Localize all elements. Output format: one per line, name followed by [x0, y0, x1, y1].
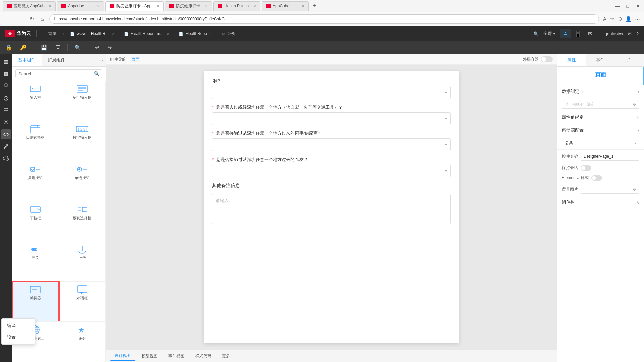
comp-editor[interactable]: 编辑器	[12, 282, 59, 322]
editor-tab-1[interactable]: 📄 HealthReport_m... ✕	[119, 26, 174, 41]
sidebar-settings-button[interactable]	[1, 117, 11, 127]
sidebar-data-button[interactable]	[1, 81, 11, 91]
editor-tab-0-close[interactable]: ✕	[112, 32, 115, 36]
outer-container-switch[interactable]	[541, 56, 553, 62]
minimize-button[interactable]: —	[614, 2, 621, 10]
component-search-input[interactable]	[18, 71, 92, 76]
tab2-close[interactable]: ✕	[97, 4, 100, 8]
sidebar-history-button[interactable]	[1, 93, 11, 103]
editor-tab-0[interactable]: 📄 wbyq__HealthR... ✕	[65, 26, 119, 41]
right-tab-library[interactable]: 库	[615, 54, 644, 66]
breadcrumb-page[interactable]: 页面	[131, 57, 140, 62]
context-menu-settings[interactable]: 设置	[2, 331, 35, 343]
tab4-close[interactable]: ✕	[205, 4, 208, 8]
canvas-tab-style[interactable]: 样式代码	[191, 352, 216, 360]
new-tab-button[interactable]: +	[310, 1, 319, 11]
comp-dialog[interactable]: 对话框	[59, 282, 106, 322]
right-tab-events[interactable]: 事件	[586, 54, 615, 66]
tab-extended-components[interactable]: 扩展组件	[42, 54, 71, 66]
question-1-dropdown[interactable]: ▾	[212, 86, 451, 99]
collapse-icon[interactable]: ‹	[61, 31, 65, 36]
control-name-input[interactable]	[581, 152, 639, 161]
profile-icon[interactable]: 👤	[625, 16, 632, 22]
comp-switch[interactable]: 开关	[12, 241, 59, 282]
editor-tab-2-ellipsis[interactable]: ···	[209, 31, 212, 36]
more-icon[interactable]: ⋯	[635, 16, 640, 22]
maximize-button[interactable]: □	[625, 2, 631, 10]
comp-checkbox[interactable]: 复选按钮	[12, 161, 59, 201]
attr-binding-add-icon[interactable]: +	[636, 114, 639, 120]
other-textarea[interactable]: 请输入	[212, 194, 451, 224]
right-tab-properties[interactable]: 属性	[557, 54, 586, 66]
browser-tab-1[interactable]: 应用魔方AppCube ✕	[3, 1, 56, 11]
question-4-dropdown[interactable]: ▾	[212, 165, 451, 177]
unlock-button[interactable]: 🔑	[19, 43, 28, 52]
browser-tab-3[interactable]: 防疫健康打卡 - App... ✕	[105, 1, 164, 11]
comp-dropdown[interactable]: 下拉框	[12, 201, 59, 242]
redo-button[interactable]: ↪	[106, 43, 113, 52]
mail-icon[interactable]: ✉	[628, 31, 632, 36]
data-binding-header[interactable]: 数据绑定 ? ▾	[557, 85, 644, 98]
canvas-tab-more[interactable]: 更多	[217, 352, 235, 360]
component-tree-expand-icon[interactable]: ∧	[636, 200, 639, 205]
editor-tab-3[interactable]: ☺ 评价	[217, 26, 240, 41]
forward-button[interactable]: →	[16, 15, 24, 23]
comp-radio[interactable]: 单选按钮	[59, 161, 106, 201]
attr-binding-header[interactable]: 属性值绑定 +	[557, 111, 644, 124]
undo-button[interactable]: ↩	[94, 43, 101, 52]
help-icon[interactable]: ?	[636, 31, 639, 36]
panel-collapse-arrow[interactable]: ›	[99, 54, 106, 66]
refresh-button[interactable]: ↻	[28, 14, 35, 23]
sidebar-wrench-button[interactable]	[1, 141, 11, 152]
back-button[interactable]: ←	[4, 15, 12, 23]
tab-basic-components[interactable]: 基本组件	[12, 54, 42, 66]
mobile-config-expand-icon[interactable]: ▾	[637, 128, 639, 133]
value-binding-input[interactable]: 值（value）绑定 ⚙	[562, 100, 639, 109]
translate-icon[interactable]: A	[603, 16, 606, 22]
home-button[interactable]: ⌂	[39, 15, 45, 23]
send-device-button[interactable]: ✉	[585, 29, 595, 38]
sidebar-layers-button[interactable]	[1, 57, 11, 67]
close-button[interactable]: ✕	[635, 2, 641, 10]
fullscreen-button[interactable]: 全屏 ▾	[543, 31, 555, 37]
comp-input[interactable]: 输入框	[12, 81, 59, 121]
comp-upload[interactable]: 上传	[59, 241, 106, 282]
canvas-tab-event[interactable]: 事件视图	[164, 352, 189, 360]
tab5-close[interactable]: ✕	[253, 4, 256, 8]
editor-tab-1-close[interactable]: ✕	[167, 32, 169, 36]
data-binding-help-icon[interactable]: ?	[581, 89, 584, 94]
browser-tab-4[interactable]: 防疫健康打卡 ✕	[165, 1, 212, 11]
question-3-dropdown[interactable]: ▾	[212, 138, 451, 151]
tab1-close[interactable]: ✕	[49, 4, 51, 8]
save-as-button[interactable]: 🖫	[54, 43, 62, 52]
extensions-icon[interactable]: ⬡	[618, 16, 622, 22]
value-binding-gear-icon[interactable]: ⚙	[633, 102, 636, 107]
breadcrumb-component-nav[interactable]: 组件导航	[110, 57, 126, 62]
mobile-device-button[interactable]: 📱	[572, 29, 584, 38]
tab6-close[interactable]: ✕	[302, 4, 304, 8]
lock-button[interactable]: 🔒	[4, 43, 13, 52]
canvas-tab-design[interactable]: 设计视图	[110, 352, 136, 361]
data-binding-expand-icon[interactable]: ▾	[637, 89, 639, 94]
bg-image-input[interactable]: ⚙	[581, 185, 639, 194]
keep-session-toggle[interactable]	[581, 165, 591, 171]
search-icon-top[interactable]: 🔍	[533, 31, 539, 36]
zoom-button[interactable]: 🔍	[73, 43, 83, 52]
sidebar-flow-button[interactable]	[1, 105, 11, 115]
desktop-device-button[interactable]: 🖥	[560, 29, 571, 38]
mobile-config-header[interactable]: 移动端配置 ▾	[557, 124, 644, 137]
comp-rating[interactable]: ★ 评分	[59, 322, 106, 362]
elementui-toggle[interactable]	[591, 175, 602, 181]
browser-tab-5[interactable]: Health Punch ✕	[213, 1, 260, 11]
editor-tab-2[interactable]: 📄 HealthRepo ···	[174, 26, 217, 41]
comp-number-input[interactable]: 123 数字输入框	[59, 121, 106, 161]
browser-tab-2[interactable]: Appcube ✕	[57, 1, 104, 11]
bookmark-icon[interactable]: ☆	[610, 16, 614, 22]
save-button[interactable]: 💾	[39, 43, 49, 52]
sidebar-cloud-button[interactable]	[1, 154, 11, 164]
url-input[interactable]	[49, 14, 599, 24]
sidebar-code-button[interactable]	[1, 129, 11, 139]
component-tree-header[interactable]: 组件树 ∧	[557, 196, 644, 209]
canvas-tab-model[interactable]: 模型视图	[137, 352, 162, 360]
question-2-dropdown[interactable]: ▾	[212, 112, 451, 125]
